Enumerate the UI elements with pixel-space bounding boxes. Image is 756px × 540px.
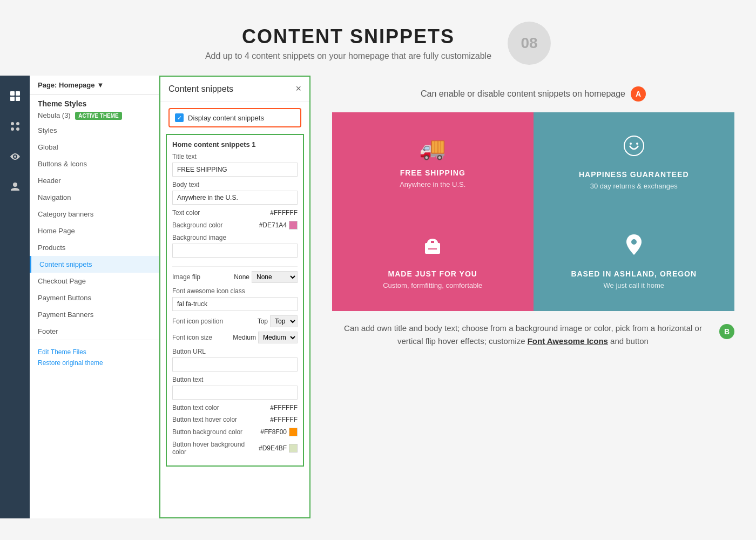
body-label: Body text	[172, 181, 298, 188]
nav-item-global[interactable]: Global	[30, 139, 159, 156]
annotation-b: Can add own title and body text; choose …	[332, 322, 734, 348]
snippets-close-button[interactable]: ×	[295, 83, 301, 94]
svg-rect-1	[16, 91, 20, 96]
page-subtitle: Add up to 4 content snippets on your hom…	[205, 51, 491, 61]
sidebar-icon-grid[interactable]	[5, 86, 25, 106]
title-input[interactable]	[172, 163, 298, 177]
snippet-cell-3: MADE JUST FOR YOU Custom, formfitting, c…	[332, 212, 534, 311]
button-url-label: Button URL	[172, 348, 298, 355]
snippet-cell-1: 🚚 FREE SHIPPING Anywhere in the U.S.	[332, 112, 534, 212]
svg-point-10	[636, 143, 638, 145]
sidebar-icon-user[interactable]	[5, 177, 25, 197]
btn-hover-bg-row: Button hover background color #D9E4BF	[172, 441, 298, 456]
display-toggle[interactable]: ✓ Display content snippets	[168, 108, 301, 127]
edit-theme-files-link[interactable]: Edit Theme Files	[38, 348, 151, 356]
panel-header: Page: Homepage ▼	[30, 76, 159, 95]
btn-text-hover-row: Button text hover color #FFFFFF	[172, 416, 298, 423]
snippet-icon-2	[622, 134, 646, 163]
nav-item-checkout-page[interactable]: Checkout Page	[30, 273, 159, 289]
panel-footer: Edit Theme Files Restore original theme	[30, 340, 159, 378]
theme-styles-panel: Page: Homepage ▼ Theme Styles Nebula (3)…	[30, 76, 159, 518]
form-section-title: Home content snippets 1	[172, 140, 298, 148]
bg-color-swatch[interactable]	[289, 221, 298, 230]
snippet-cell-4: BASED IN ASHLAND, OREGON We just call it…	[534, 212, 735, 311]
snippets-form: Home content snippets 1 Title text Body …	[166, 134, 304, 467]
nav-item-styles[interactable]: Styles	[30, 122, 159, 139]
nav-item-payment-banners[interactable]: Payment Banners	[30, 306, 159, 323]
nav-item-content-snippets[interactable]: Content snippets	[30, 256, 159, 273]
font-icon-position-row: Font icon position Top Top Left	[172, 315, 298, 327]
svg-point-5	[16, 122, 19, 125]
snippet-cell-2: HAPPINESS GUARANTEED 30 day returns & ex…	[534, 112, 735, 212]
display-checkbox[interactable]: ✓	[175, 113, 184, 122]
sidebar-icon-eye[interactable]	[5, 147, 25, 166]
svg-rect-12	[431, 241, 434, 243]
snippet-body-2: 30 day returns & exchanges	[590, 182, 678, 190]
restore-theme-link[interactable]: Restore original theme	[38, 359, 151, 367]
font-icon-class-input[interactable]	[172, 297, 298, 311]
snippet-title-4: BASED IN ASHLAND, OREGON	[571, 269, 697, 278]
snippet-icon-3	[421, 233, 444, 262]
snippet-title-2: HAPPINESS GUARANTEED	[579, 170, 689, 179]
nav-items: StylesGlobalButtons & IconsHeaderNavigat…	[30, 122, 159, 340]
font-awesome-link[interactable]: Font Awesome Icons	[528, 336, 608, 346]
annotation-a-badge: A	[631, 86, 646, 102]
svg-rect-3	[16, 97, 20, 101]
button-url-input[interactable]	[172, 357, 298, 372]
btn-text-color-row: Button text color #FFFFFF	[172, 404, 298, 411]
nav-item-payment-buttons[interactable]: Payment Buttons	[30, 289, 159, 306]
nav-item-header[interactable]: Header	[30, 172, 159, 189]
nav-item-products[interactable]: Products	[30, 239, 159, 256]
svg-point-6	[11, 127, 14, 131]
nav-item-navigation[interactable]: Navigation	[30, 189, 159, 206]
svg-point-8	[624, 136, 644, 156]
snippet-title-1: FREE SHIPPING	[400, 168, 465, 177]
bg-image-label: Background image	[172, 234, 298, 241]
snippet-body-3: Custom, formfitting, comfortable	[383, 281, 482, 289]
body-input[interactable]	[172, 191, 298, 205]
snippet-body-1: Anywhere in the U.S.	[400, 180, 465, 188]
sidebar	[0, 76, 30, 518]
btn-hover-bg-swatch[interactable]	[289, 444, 298, 453]
header-text-block: CONTENT SNIPPETS Add up to 4 content sni…	[205, 25, 491, 61]
nav-item-home-page[interactable]: Home Page	[30, 222, 159, 239]
annotation-b-badge: B	[719, 324, 734, 339]
sidebar-icon-apps[interactable]	[5, 117, 25, 136]
font-icon-position-select[interactable]: Top Left	[270, 315, 298, 327]
text-color-row: Text color #FFFFFF	[172, 209, 298, 217]
page-selector[interactable]: Page: Homepage ▼	[38, 81, 104, 89]
bg-color-row: Background color #DE71A4	[172, 221, 298, 230]
snippets-panel: Content snippets × ✓ Display content sni…	[159, 76, 310, 518]
button-text-input[interactable]	[172, 386, 298, 400]
btn-bg-color-row: Button background color #FF8F00	[172, 428, 298, 436]
svg-point-14	[631, 239, 637, 245]
button-text-label: Button text	[172, 376, 298, 383]
snippet-icon-1: 🚚	[419, 136, 446, 161]
snippet-title-3: MADE JUST FOR YOU	[388, 269, 477, 278]
main-layout: Page: Homepage ▼ Theme Styles Nebula (3)…	[0, 76, 756, 518]
svg-rect-0	[10, 91, 15, 96]
snippets-title: Content snippets	[168, 84, 233, 94]
snippets-header: Content snippets ×	[160, 77, 309, 102]
content-area: Can enable or disable content snippets o…	[310, 76, 756, 518]
svg-point-4	[11, 122, 14, 125]
nav-item-buttons-&-icons[interactable]: Buttons & Icons	[30, 156, 159, 172]
image-flip-select[interactable]: None Horizontal Vertical	[252, 271, 298, 283]
svg-rect-2	[10, 97, 15, 101]
nav-item-footer[interactable]: Footer	[30, 323, 159, 340]
snippet-grid: 🚚 FREE SHIPPING Anywhere in the U.S. HAP…	[332, 112, 734, 311]
theme-name: Nebula (3) ACTIVE THEME	[30, 110, 159, 122]
page-title: CONTENT SNIPPETS	[205, 25, 491, 48]
annotation-a: Can enable or disable content snippets o…	[332, 86, 734, 102]
display-toggle-label: Display content snippets	[188, 114, 264, 122]
header-badge: 08	[508, 22, 551, 65]
bg-image-input[interactable]	[172, 244, 298, 258]
font-icon-class-label: Font awesome icon class	[172, 287, 298, 295]
svg-point-9	[630, 143, 632, 145]
nav-item-category-banners[interactable]: Category banners	[30, 206, 159, 222]
font-icon-size-select[interactable]: Medium Small Large	[258, 332, 298, 343]
btn-bg-color-swatch[interactable]	[289, 428, 298, 436]
svg-rect-13	[428, 248, 437, 249]
snippet-icon-4	[624, 233, 644, 262]
image-flip-row: Image flip None None Horizontal Vertical	[172, 271, 298, 283]
